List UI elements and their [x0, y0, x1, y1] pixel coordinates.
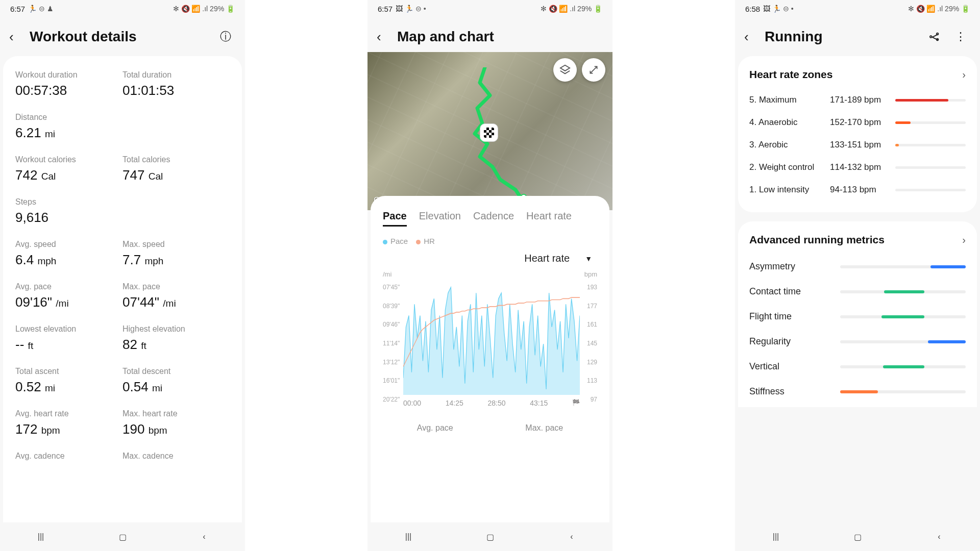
status-right-icons: ✻ 🔇 📶 .ıl 29% 🔋: [908, 5, 970, 13]
status-bar: 6:57🏃 ⊝ ♟ ✻ 🔇 📶 .ıl 29% 🔋: [0, 0, 245, 17]
tab-pace[interactable]: Pace: [383, 210, 407, 227]
adv-row-flight-time: Flight time: [749, 304, 966, 329]
bottom-stats: Avg. pace Max. pace: [381, 410, 599, 433]
screen-workout-details: 6:57🏃 ⊝ ♟ ✻ 🔇 📶 .ıl 29% 🔋 ‹ Workout deta…: [0, 0, 245, 551]
metric-max-cadence: Max. cadence: [122, 452, 230, 480]
metric-total-descent: Total descent0.54 mi: [122, 367, 230, 395]
system-navbar: ||| ▢ ‹: [368, 522, 612, 551]
status-time: 6:58: [745, 5, 760, 13]
nav-back-button[interactable]: ‹: [932, 529, 947, 544]
zone-row: 1. Low intensity94-113 bpm: [749, 179, 966, 201]
metric-avg-heart-rate: Avg. heart rate172 bpm: [15, 409, 122, 437]
screen-map-chart: 6:57🖼 🏃 ⊝ • ✻ 🔇 📶 .ıl 29% 🔋 ‹ Map and ch…: [368, 0, 612, 551]
avg-pace-label: Avg. pace: [417, 423, 453, 433]
header: ‹ Running ⋮: [735, 17, 980, 56]
expand-button[interactable]: [582, 58, 605, 82]
status-left-icons: 🖼 🏃 ⊝ •: [396, 5, 426, 13]
adv-row-asymmetry: Asymmetry: [749, 254, 966, 279]
layers-button[interactable]: [553, 58, 577, 82]
share-icon[interactable]: [927, 29, 943, 45]
ytick-right: 145: [587, 340, 597, 347]
dropdown-label: Heart rate: [524, 253, 570, 264]
metrics-card: Workout duration00:57:38Total duration01…: [3, 56, 242, 522]
ytick-right: 161: [587, 321, 597, 328]
tab-cadence[interactable]: Cadence: [473, 210, 514, 227]
zone-row: 4. Anaerobic152-170 bpm: [749, 111, 966, 134]
ytick-right: 129: [587, 359, 597, 366]
info-icon[interactable]: ⓘ: [217, 29, 234, 45]
chart-area: /mi bpm 07'45"08'39"09'46"11'14"13'12"16…: [383, 272, 597, 410]
legend-hr: HR: [424, 237, 435, 245]
back-button[interactable]: ‹: [9, 29, 20, 45]
ytick-left: 11'14": [383, 340, 400, 347]
metric-steps: Steps9,616: [15, 197, 122, 226]
ytick-right: 97: [591, 396, 597, 403]
metric-max-heart-rate: Max. heart rate190 bpm: [122, 409, 230, 437]
page-title: Map and chart: [397, 29, 601, 45]
legend-pace: Pace: [390, 237, 408, 245]
system-navbar: ||| ▢ ‹: [0, 522, 245, 551]
hr-zones-header[interactable]: Heart rate zones ›: [749, 66, 966, 89]
metric-avg-cadence: Avg. cadence: [15, 452, 122, 480]
recents-button[interactable]: |||: [768, 529, 783, 544]
hr-zones-card: Heart rate zones › 5. Maximum171-189 bpm…: [738, 56, 977, 212]
chevron-right-icon: ›: [962, 69, 966, 81]
back-button[interactable]: ‹: [377, 29, 388, 45]
chart-card: PaceElevationCadenceHeart rate Pace HR H…: [371, 196, 609, 522]
recents-button[interactable]: |||: [33, 529, 48, 544]
recents-button[interactable]: |||: [401, 529, 416, 544]
page-title: Workout details: [30, 29, 208, 45]
advanced-metrics-header[interactable]: Advanced running metrics ›: [749, 232, 966, 254]
finish-flag-icon: 🏁: [572, 399, 580, 407]
system-navbar: ||| ▢ ‹: [735, 522, 980, 551]
metric-highest-elevation: Highest elevation82 ft: [122, 324, 230, 353]
status-right-icons: ✻ 🔇 📶 .ıl 29% 🔋: [173, 5, 235, 13]
metric-max-speed: Max. speed7.7 mph: [122, 240, 230, 268]
y-unit-right: bpm: [584, 270, 597, 278]
home-button[interactable]: ▢: [115, 529, 130, 544]
metric-distance: Distance6.21 mi: [15, 113, 122, 141]
header: ‹ Workout details ⓘ: [0, 17, 245, 56]
overlay-dropdown[interactable]: Heart rate ▼: [381, 252, 599, 269]
more-icon[interactable]: ⋮: [952, 29, 969, 45]
adv-row-contact-time: Contact time: [749, 279, 966, 304]
nav-back-button[interactable]: ‹: [197, 529, 212, 544]
back-button[interactable]: ‹: [744, 29, 755, 45]
xtick: 43:15: [530, 399, 548, 407]
map[interactable]: Google: [368, 52, 612, 210]
page-title: Running: [765, 29, 918, 45]
metric-max-pace: Max. pace07'44" /mi: [122, 282, 230, 310]
adv-row-vertical: Vertical: [749, 354, 966, 379]
status-time: 6:57: [378, 5, 393, 13]
home-button[interactable]: ▢: [850, 529, 865, 544]
metric-avg-pace: Avg. pace09'16" /mi: [15, 282, 122, 310]
ytick-right: 193: [587, 284, 597, 291]
hr-zones-title: Heart rate zones: [749, 68, 832, 81]
status-left-icons: 🏃 ⊝ ♟: [28, 5, 54, 13]
ytick-left: 08'39": [383, 303, 400, 310]
zone-row: 2. Weight control114-132 bpm: [749, 156, 966, 179]
tab-heart-rate[interactable]: Heart rate: [526, 210, 572, 227]
y-unit-left: /mi: [383, 270, 391, 278]
ytick-left: 16'01": [383, 377, 400, 384]
ytick-right: 177: [587, 303, 597, 310]
status-bar: 6:57🖼 🏃 ⊝ • ✻ 🔇 📶 .ıl 29% 🔋: [368, 0, 612, 17]
adv-row-stiffness: Stiffness: [749, 379, 966, 404]
nav-back-button[interactable]: ‹: [564, 529, 579, 544]
home-button[interactable]: ▢: [482, 529, 498, 544]
zone-row: 5. Maximum171-189 bpm: [749, 89, 966, 111]
zone-row: 3. Aerobic133-151 bpm: [749, 134, 966, 156]
ytick-left: 09'46": [383, 321, 400, 328]
metric-avg-speed: Avg. speed6.4 mph: [15, 240, 122, 268]
metric-total-ascent: Total ascent0.52 mi: [15, 367, 122, 395]
tab-elevation[interactable]: Elevation: [419, 210, 461, 227]
status-right-icons: ✻ 🔇 📶 .ıl 29% 🔋: [541, 5, 602, 13]
ytick-right: 113: [587, 377, 597, 384]
metric-total-duration: Total duration01:01:53: [122, 70, 230, 98]
metric-lowest-elevation: Lowest elevation-- ft: [15, 324, 122, 353]
ytick-left: 13'12": [383, 359, 400, 366]
chart-legend: Pace HR: [381, 235, 599, 252]
max-pace-label: Max. pace: [525, 423, 563, 433]
finish-flag-icon: [480, 123, 498, 142]
chart-tabs: PaceElevationCadenceHeart rate: [381, 207, 599, 235]
